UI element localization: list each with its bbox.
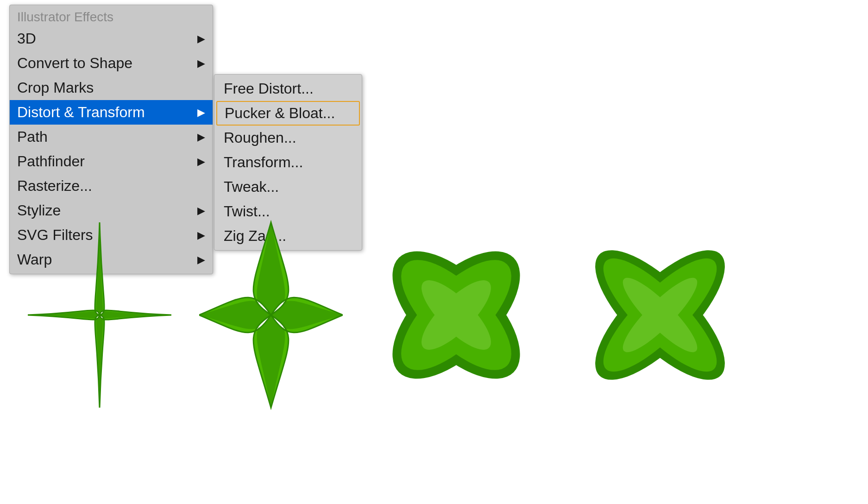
menu-item-distort-transform[interactable]: Distort & Transform ▶ xyxy=(10,100,213,125)
star-narrow xyxy=(28,218,171,412)
submenu-item-free-distort[interactable]: Free Distort... xyxy=(214,76,362,101)
submenu-arrow-3d: ▶ xyxy=(197,33,205,45)
menu-item-pathfinder[interactable]: Pathfinder ▶ xyxy=(10,149,213,174)
menu-item-label-crop: Crop Marks xyxy=(17,79,94,96)
menu-item-convert-to-shape[interactable]: Convert to Shape ▶ xyxy=(10,51,213,76)
submenu-label-pucker-bloat: Pucker & Bloat... xyxy=(225,105,335,122)
menu-item-label-rasterize: Rasterize... xyxy=(17,177,92,195)
submenu-item-tweak[interactable]: Tweak... xyxy=(214,175,362,199)
pucker-cross-1 xyxy=(371,227,542,403)
submenu-item-roughen[interactable]: Roughen... xyxy=(214,126,362,150)
submenu-arrow-pathfinder: ▶ xyxy=(197,156,205,168)
submenu-label-free-distort: Free Distort... xyxy=(224,80,314,97)
submenu-arrow-convert: ▶ xyxy=(197,57,205,69)
menu-item-crop-marks[interactable]: Crop Marks xyxy=(10,76,213,100)
menu-item-rasterize[interactable]: Rasterize... xyxy=(10,174,213,198)
submenu-label-roughen: Roughen... xyxy=(224,129,296,146)
illustrations-area xyxy=(28,218,750,412)
pucker-cross-2 xyxy=(570,236,750,394)
menu-item-label-pathfinder: Pathfinder xyxy=(17,153,85,170)
submenu-arrow-stylize: ▶ xyxy=(197,205,205,217)
menu-item-label-3d: 3D xyxy=(17,30,36,47)
submenu-item-transform[interactable]: Transform... xyxy=(214,150,362,175)
submenu-item-pucker-bloat[interactable]: Pucker & Bloat... xyxy=(216,101,360,126)
submenu-arrow-distort: ▶ xyxy=(197,107,205,119)
menu-item-label-stylize: Stylize xyxy=(17,202,61,219)
star-bloat xyxy=(199,218,343,412)
menu-item-path[interactable]: Path ▶ xyxy=(10,125,213,149)
menu-item-label-convert: Convert to Shape xyxy=(17,55,132,72)
submenu-label-transform: Transform... xyxy=(224,154,303,171)
menu-item-label-distort: Distort & Transform xyxy=(17,104,145,121)
menu-item-label-path: Path xyxy=(17,128,48,145)
menu-section-header: Illustrator Effects xyxy=(10,7,213,26)
submenu-label-tweak: Tweak... xyxy=(224,178,279,195)
menu-item-3d[interactable]: 3D ▶ xyxy=(10,26,213,51)
submenu-arrow-path: ▶ xyxy=(197,131,205,143)
